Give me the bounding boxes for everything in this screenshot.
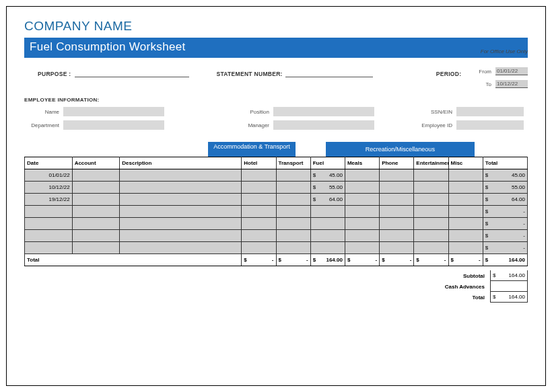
table-cell[interactable]: [448, 194, 483, 206]
table-cell[interactable]: [276, 218, 310, 230]
table-cell[interactable]: [345, 230, 379, 242]
purpose-field[interactable]: [75, 71, 189, 77]
table-cell[interactable]: [414, 194, 448, 206]
table-cell[interactable]: [72, 169, 120, 182]
table-cell[interactable]: [345, 182, 379, 194]
table-cell[interactable]: $45.00: [310, 169, 345, 182]
table-cell[interactable]: 10/12/22: [25, 182, 73, 194]
table-cell[interactable]: [276, 206, 310, 218]
table-cell[interactable]: [448, 218, 483, 230]
table-cell[interactable]: [25, 242, 73, 254]
table-cell[interactable]: [448, 206, 483, 218]
table-cell[interactable]: 01/01/22: [25, 169, 73, 182]
table-cell[interactable]: $64.00: [483, 194, 527, 206]
department-field[interactable]: [63, 120, 164, 130]
table-cell[interactable]: [345, 242, 379, 254]
table-cell[interactable]: [345, 218, 379, 230]
table-cell[interactable]: [276, 194, 310, 206]
table-cell[interactable]: [120, 242, 242, 254]
manager-field[interactable]: [273, 120, 374, 130]
table-cell[interactable]: [120, 182, 242, 194]
table-cell[interactable]: [310, 242, 345, 254]
table-cell[interactable]: [310, 218, 345, 230]
period-to-value[interactable]: 10/12/22: [495, 80, 528, 88]
table-cell[interactable]: [276, 242, 310, 254]
table-cell[interactable]: [276, 230, 310, 242]
table-cell[interactable]: [72, 194, 120, 206]
table-cell[interactable]: [380, 182, 414, 194]
table-header-row: Date Account Description Hotel Transport…: [25, 157, 528, 169]
table-cell[interactable]: [310, 230, 345, 242]
table-cell[interactable]: [25, 206, 73, 218]
table-cell[interactable]: [242, 169, 276, 182]
table-cell[interactable]: [345, 169, 379, 182]
department-label: Department: [24, 122, 63, 128]
totals-meals: $-: [345, 254, 379, 266]
table-cell[interactable]: [414, 230, 448, 242]
position-field[interactable]: [273, 107, 374, 116]
period-from-value[interactable]: 01/01/22: [495, 67, 528, 75]
table-cell[interactable]: [120, 169, 242, 182]
subtotal-label: Subtotal: [463, 273, 485, 279]
table-cell[interactable]: [242, 242, 276, 254]
table-cell[interactable]: [380, 169, 414, 182]
ssn-field[interactable]: [456, 107, 524, 116]
table-cell[interactable]: [242, 206, 276, 218]
table-cell[interactable]: [414, 218, 448, 230]
table-cell[interactable]: [25, 230, 73, 242]
col-hotel: Hotel: [242, 157, 276, 169]
table-cell[interactable]: [448, 242, 483, 254]
table-cell[interactable]: $-: [483, 242, 527, 254]
table-cell[interactable]: [276, 169, 310, 182]
table-cell[interactable]: [345, 206, 379, 218]
table-cell[interactable]: [310, 206, 345, 218]
table-cell[interactable]: [72, 206, 120, 218]
table-cell[interactable]: [120, 230, 242, 242]
table-cell[interactable]: $55.00: [483, 182, 527, 194]
table-cell[interactable]: [276, 182, 310, 194]
cash-advances-value[interactable]: [490, 281, 528, 292]
table-cell[interactable]: [120, 194, 242, 206]
employee-id-field[interactable]: [456, 120, 524, 130]
table-cell[interactable]: $64.00: [310, 194, 345, 206]
table-cell[interactable]: [380, 206, 414, 218]
table-cell[interactable]: [242, 218, 276, 230]
subtotal-value: $164.00: [490, 270, 528, 281]
table-cell[interactable]: $55.00: [310, 182, 345, 194]
table-cell[interactable]: [380, 194, 414, 206]
table-cell[interactable]: [72, 242, 120, 254]
table-cell[interactable]: [120, 218, 242, 230]
table-cell[interactable]: [380, 242, 414, 254]
table-cell[interactable]: 19/12/22: [25, 194, 73, 206]
table-cell[interactable]: [242, 230, 276, 242]
table-cell[interactable]: $-: [483, 218, 527, 230]
table-cell[interactable]: [120, 206, 242, 218]
position-label: Position: [232, 109, 273, 115]
table-cell[interactable]: [72, 218, 120, 230]
table-cell[interactable]: [242, 194, 276, 206]
table-cell[interactable]: [380, 218, 414, 230]
table-cell[interactable]: $-: [483, 206, 527, 218]
totals-fuel: $164.00: [310, 254, 345, 266]
table-cell[interactable]: [414, 182, 448, 194]
name-field[interactable]: [63, 107, 164, 116]
table-cell[interactable]: [242, 182, 276, 194]
table-cell[interactable]: [72, 230, 120, 242]
table-cell[interactable]: [414, 242, 448, 254]
table-cell[interactable]: [448, 169, 483, 182]
office-use-only-label: For Office Use Only: [481, 48, 528, 54]
table-cell[interactable]: [414, 169, 448, 182]
table-cell[interactable]: [448, 230, 483, 242]
table-cell[interactable]: [25, 218, 73, 230]
statement-number-field[interactable]: [285, 71, 373, 77]
table-cell[interactable]: [380, 230, 414, 242]
expense-table: Date Account Description Hotel Transport…: [24, 157, 528, 266]
table-cell[interactable]: [448, 182, 483, 194]
table-cell[interactable]: $45.00: [483, 169, 527, 182]
table-cell[interactable]: $-: [483, 230, 527, 242]
totals-row: Total $- $- $164.00 $- $- $- $- $164.00: [25, 254, 528, 266]
table-cell[interactable]: [345, 194, 379, 206]
table-cell[interactable]: [414, 206, 448, 218]
table-cell[interactable]: [72, 182, 120, 194]
totals-phone: $-: [380, 254, 414, 266]
